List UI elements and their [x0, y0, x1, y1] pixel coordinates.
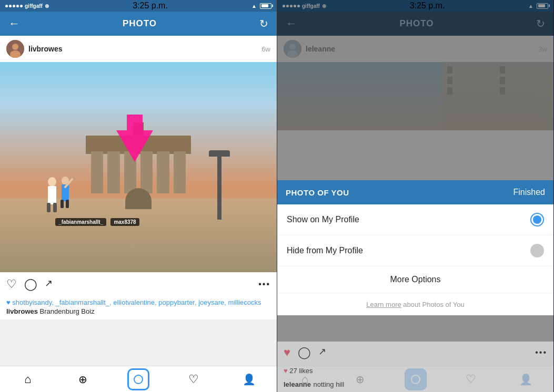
profile-nav-left[interactable]: 👤 [236, 366, 262, 393]
post-actions-right: ♥ ◯ ↗ ••• [277, 342, 553, 364]
comment-icon-right: ◯ [298, 346, 311, 359]
svg-point-1 [12, 44, 18, 50]
home-nav-left[interactable]: ⌂ [15, 366, 41, 393]
modal-overlay: PHOTO OF YOU Finished Show on My Profile… [277, 0, 553, 392]
post-user-left[interactable]: livbrowes [6, 40, 63, 58]
caption-username-right: leleanne [284, 380, 311, 388]
activity-nav-left[interactable]: ♡ [180, 366, 207, 393]
signal-dots [5, 5, 23, 7]
arrow-icon: ▲ [251, 3, 257, 9]
avatar-left [6, 40, 24, 58]
tag-fabianmarshallt[interactable]: _fabianmarshallt_ [55, 218, 106, 226]
more-options-left[interactable]: ••• [258, 280, 270, 289]
caption-location-left: Brandenburg Boiz [40, 307, 95, 315]
svg-rect-4 [48, 186, 56, 204]
carrier-label: giffgaff [25, 3, 43, 9]
nav-bar-left: ← PHOTO ↻ [0, 12, 277, 36]
like-icon-right: ♥ [284, 346, 290, 359]
svg-rect-9 [61, 200, 64, 208]
modal-header: PHOTO OF YOU Finished [277, 180, 553, 204]
status-bar-left: giffgaff ⊛ 3:25 p.m. ▲ [0, 0, 277, 12]
photo-of-you-modal: PHOTO OF YOU Finished Show on My Profile… [277, 180, 553, 315]
hide-from-profile-label: Hide from My Profile [287, 246, 363, 255]
show-on-profile-option[interactable]: Show on My Profile [277, 204, 553, 235]
more-options-label: More Options [390, 275, 440, 284]
svg-rect-6 [53, 203, 57, 212]
likes-row-right: ♥ 27 likes [277, 364, 553, 378]
back-button-left[interactable]: ← [8, 17, 20, 30]
learn-more-link[interactable]: Learn more [366, 301, 401, 308]
svg-rect-5 [47, 203, 51, 212]
status-right: ▲ [251, 3, 271, 9]
more-icon-right: ••• [535, 348, 547, 357]
tag-max8378[interactable]: max8378 [110, 218, 139, 226]
caption-text-left: livbrowes Brandenburg Boiz [6, 307, 270, 315]
svg-point-3 [48, 177, 56, 187]
tagged-users-left[interactable]: ♥ shotbyisandy, _fabianmarshallt_, ellio… [6, 298, 270, 306]
search-nav-left[interactable]: ⊕ [70, 366, 96, 393]
learn-more-text: about Photos of You [401, 301, 465, 308]
username-left[interactable]: livbrowes [28, 45, 63, 53]
nav-title-left: PHOTO [123, 18, 157, 29]
time-ago-left: 6w [261, 45, 270, 53]
more-options-option[interactable]: More Options [277, 266, 553, 293]
comment-button-left[interactable]: ◯ [24, 277, 37, 291]
post-actions-left: ♡ ◯ ↗ ••• [0, 272, 277, 296]
refresh-button-left[interactable]: ↻ [259, 17, 268, 30]
learn-more-section: Learn more about Photos of You [277, 293, 553, 315]
post-actions-icons: ♡ ◯ ↗ [6, 277, 53, 291]
status-left: giffgaff ⊛ [5, 3, 49, 9]
caption-text-right: notting hill [313, 380, 344, 388]
modal-title: PHOTO OF YOU [286, 188, 349, 197]
caption-area-left: ♥ shotbyisandy, _fabianmarshallt_, ellio… [0, 296, 277, 319]
bottom-nav-left: ⌂ ⊕ ♡ 👤 [0, 366, 277, 392]
show-on-profile-label: Show on My Profile [287, 215, 359, 224]
lamp-illustration [217, 157, 221, 220]
wifi-icon: ⊛ [45, 3, 49, 9]
post-header-left: livbrowes 6w [0, 36, 277, 62]
likes-count-right: ♥ 27 likes [284, 367, 313, 375]
hide-profile-radio[interactable] [530, 244, 544, 257]
pink-arrow [116, 115, 153, 169]
svg-marker-12 [116, 115, 153, 162]
caption-username-left[interactable]: livbrowes [6, 307, 38, 315]
svg-rect-10 [66, 200, 69, 208]
right-phone: giffgaff ⊛ 3:25 p.m. ▲ ← PHOTO ↻ lelea [277, 0, 553, 392]
share-icon-right: ↗ [318, 346, 326, 359]
photo-left: _fabianmarshallt_ max8378 [0, 62, 277, 272]
battery-icon [260, 3, 271, 9]
hide-from-profile-option[interactable]: Hide from My Profile [277, 235, 553, 266]
share-button-left[interactable]: ↗ [45, 277, 53, 291]
finished-button[interactable]: Finished [513, 188, 545, 197]
like-button-left[interactable]: ♡ [6, 277, 17, 291]
show-profile-radio[interactable] [530, 213, 544, 226]
caption-right: leleanne notting hill [277, 378, 553, 392]
left-phone: giffgaff ⊛ 3:25 p.m. ▲ ← PHOTO ↻ livbr [0, 0, 277, 392]
camera-nav-left[interactable] [125, 366, 152, 393]
time-label: 3:25 p.m. [133, 1, 168, 11]
